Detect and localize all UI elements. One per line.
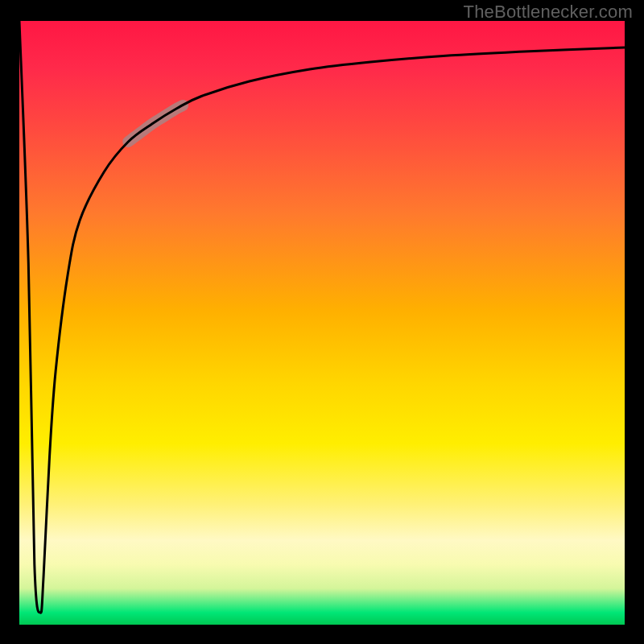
attribution-text: TheBottlenecker.com xyxy=(464,2,633,23)
plot-area xyxy=(19,21,625,625)
bottleneck-curve-line xyxy=(19,21,625,613)
chart-frame: TheBottlenecker.com xyxy=(0,0,644,644)
curve-svg xyxy=(19,21,625,625)
